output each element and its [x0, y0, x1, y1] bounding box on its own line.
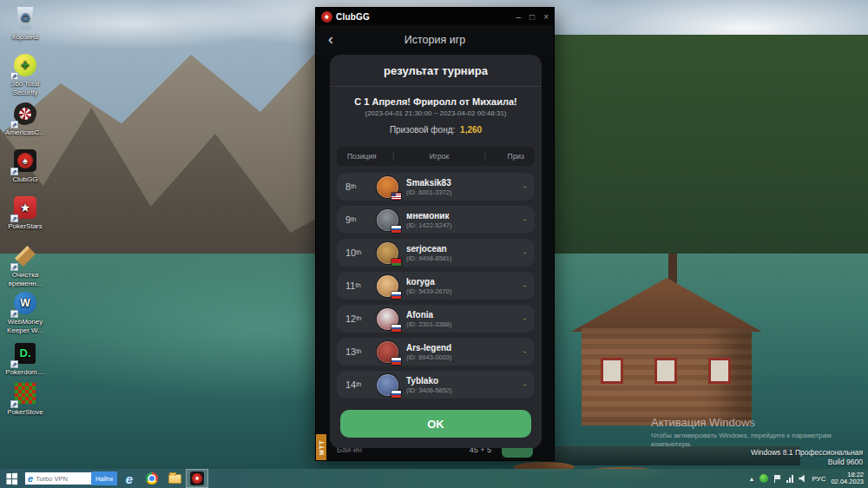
avatar [377, 209, 398, 231]
language-indicator[interactable]: РУС [812, 475, 825, 483]
column-position: Позиция [347, 152, 392, 161]
icon-label: Корзина [0, 33, 50, 42]
desktop-icon-cleanup[interactable]: ↗ Очистка временн... [0, 243, 50, 288]
hut-window [708, 358, 731, 384]
desktop: ♻ Корзина +↗ 360 Total Security ↗ Americ… [0, 0, 868, 488]
player-name: Tyblako [406, 376, 500, 386]
volume-icon[interactable] [799, 475, 806, 483]
activation-watermark-subtitle: Чтобы активировать Windows, перейдите к … [651, 432, 855, 449]
action-center-flag-icon[interactable] [773, 475, 781, 483]
modal-title: результат турнира [330, 55, 542, 87]
table-row[interactable]: 14th Tyblako (ID: 3406-5852) - [337, 371, 535, 399]
flag-ru-icon [391, 391, 401, 398]
player-name: koryga [406, 277, 500, 287]
table-header: Позиция | Игрок | Приз [337, 147, 535, 166]
avatar [377, 308, 398, 330]
table-row[interactable]: 12th Afonia (ID: 2301-3368) - [337, 305, 535, 333]
search-input[interactable] [36, 475, 91, 483]
vpn-tray-icon[interactable] [760, 474, 768, 483]
hut-body [582, 328, 752, 425]
table-row[interactable]: 9th мнемоник (ID: 1422-5247) - [337, 206, 535, 234]
desktop-icon-americas-cardroom[interactable]: ↗ AmericasC... [0, 101, 50, 137]
position: 13 [345, 346, 356, 357]
position-suffix: th [356, 380, 361, 388]
player-name: Afonia [406, 310, 500, 320]
taskbar-chrome[interactable] [141, 469, 163, 488]
windows-version-text: Windows 8.1 Профессиональная Build 9600 [751, 448, 863, 467]
shortcut-arrow-icon: ↗ [10, 310, 18, 318]
prize-value: - [500, 248, 526, 257]
maximize-button[interactable]: □ [529, 12, 535, 22]
ok-button[interactable]: OK [340, 410, 531, 438]
find-button[interactable]: Найти [91, 472, 117, 485]
taskbar-explorer[interactable] [163, 469, 186, 488]
windows-version-line2: Build 9600 [751, 458, 863, 467]
icon-label: Очистка временн... [0, 271, 50, 288]
network-signal-icon[interactable] [786, 475, 793, 483]
player-id: (ID: 1422-5247) [406, 221, 500, 229]
hut-window [601, 358, 623, 384]
player-id: (ID: 6001-3372) [406, 188, 500, 196]
table-row[interactable]: 11th koryga (ID: 5439-2670) - [337, 272, 535, 300]
desktop-icon-recycle-bin[interactable]: ♻ Корзина [0, 5, 50, 42]
window-titlebar[interactable]: ♠ ClubGG – □ × [316, 8, 554, 25]
hut-window [654, 358, 677, 384]
clock[interactable]: 18:22 02.04.2023 [831, 472, 864, 486]
taskbar-clubgg[interactable]: ♠ [186, 469, 208, 488]
system-tray: ▲ РУС 18:22 02.04.2023 [748, 472, 868, 486]
minimize-button[interactable]: – [516, 12, 522, 22]
nav-bar: ‹ История игр [316, 25, 554, 55]
shortcut-arrow-icon: ↗ [10, 214, 18, 222]
tray-expand-icon[interactable]: ▲ [748, 476, 754, 482]
icon-label: Pokerdom.... [0, 368, 50, 377]
icon-label: PokerStars [0, 222, 50, 231]
back-button[interactable]: ‹ [328, 29, 333, 49]
player-name: Ars-legend [406, 343, 500, 353]
taskbar-ie[interactable]: e [118, 469, 141, 488]
flag-ru-icon [391, 226, 401, 233]
prize-value: - [500, 215, 526, 224]
taskbar-search[interactable]: e Найти [24, 472, 118, 485]
prize-value: - [500, 281, 526, 290]
tournament-name: С 1 Апреля! Фриролл от Михаила! [335, 96, 536, 107]
prize-value: - [500, 380, 526, 389]
window-content: Бай-ин 45 + 5 MTT результат турнира С 1 … [316, 55, 554, 460]
shortcut-arrow-icon: ↗ [10, 360, 18, 368]
shortcut-arrow-icon: ↗ [10, 168, 18, 175]
desktop-icon-360-security[interactable]: +↗ 360 Total Security [0, 52, 50, 97]
table-row[interactable]: 8th Smaksik83 (ID: 6001-3372) - [337, 173, 535, 201]
close-button[interactable]: × [543, 12, 549, 22]
avatar [377, 275, 398, 297]
position-suffix: th [356, 347, 361, 355]
desktop-icon-pokerstars[interactable]: ★↗ PokerStars [0, 195, 50, 231]
desktop-icon-webmoney[interactable]: W↗ WebMoney Keeper W... [0, 290, 50, 335]
icon-label: ClubGG [0, 175, 50, 184]
table-row[interactable]: 13th Ars-legend (ID: 6943-0003) - [337, 338, 535, 366]
tournament-info: С 1 Апреля! Фриролл от Михаила! (2023-04… [330, 87, 542, 138]
hut-chimney [668, 254, 677, 283]
flag-by-icon [391, 259, 401, 266]
flag-ru-icon [391, 325, 401, 332]
desktop-icon-clubgg[interactable]: ♠↗ ClubGG [0, 148, 50, 184]
mtt-side-tab[interactable]: MTT [316, 434, 326, 460]
player-name: мнемоник [406, 211, 500, 221]
taskbar: e Найти e ♠ ▲ РУС 18:22 02.04.2023 [0, 469, 868, 488]
shortcut-arrow-icon: ↗ [10, 400, 18, 408]
desktop-icon-pokerstove[interactable]: ↗ PokerStove [0, 380, 50, 417]
browser-e-icon: e [25, 473, 36, 484]
table-row[interactable]: 10th serjocean (ID: 9498-8581) - [337, 239, 535, 267]
chrome-icon [146, 472, 158, 485]
position-suffix: th [351, 182, 356, 190]
flag-us-icon [391, 193, 401, 200]
shortcut-arrow-icon: ↗ [10, 121, 18, 129]
prize-value: - [500, 347, 526, 356]
player-list[interactable]: 8th Smaksik83 (ID: 6001-3372) - 9th мнем… [330, 173, 542, 403]
desktop-icon-pokerdom[interactable]: D.↗ Pokerdom.... [0, 340, 50, 377]
position: 10 [345, 247, 356, 258]
windows-version-line1: Windows 8.1 Профессиональная [751, 448, 863, 458]
folder-icon [168, 474, 181, 484]
start-button[interactable] [0, 469, 23, 488]
prize-pool: Призовой фонд: 1,260 [335, 125, 536, 135]
position-suffix: th [355, 281, 360, 289]
player-id: (ID: 2301-3368) [406, 320, 500, 328]
